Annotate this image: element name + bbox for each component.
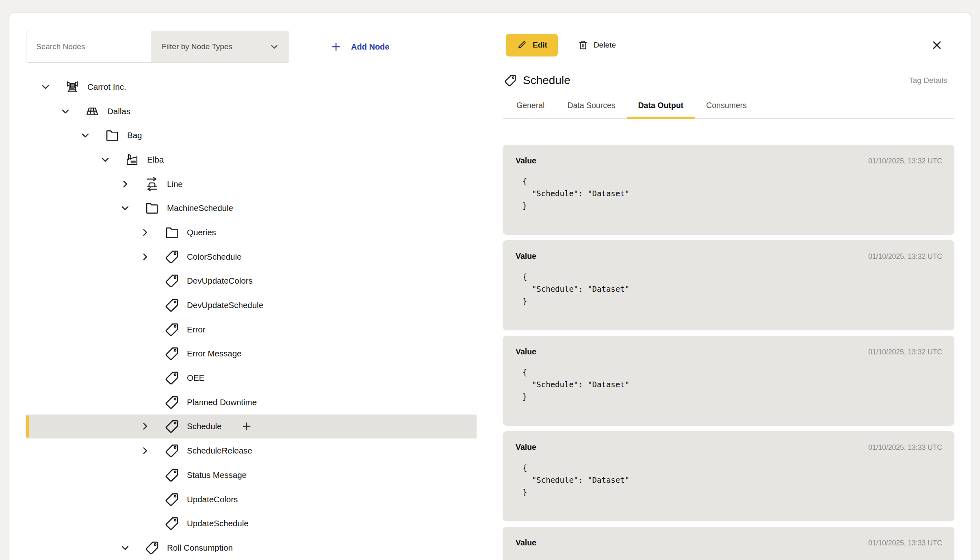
node-tree-pane: Filter by Node Types Add Node Carrot Inc… — [9, 13, 503, 560]
tree-item-label: Line — [167, 179, 183, 189]
add-node-button[interactable]: Add Node — [330, 41, 389, 53]
delete-button[interactable]: Delete — [575, 39, 618, 51]
tab-data-output[interactable]: Data Output — [627, 92, 695, 118]
tag-details-panel: Edit Delete Schedule Tag Details General… — [503, 13, 954, 560]
tree-row-devupdatecolors[interactable]: DevUpdateColors — [26, 269, 477, 293]
value-card: Value01/10/2025, 13:33 UTC{ "Schedule": … — [503, 431, 954, 521]
edit-button[interactable]: Edit — [506, 34, 558, 56]
chevron-spacer — [139, 323, 151, 336]
value-label: Value — [516, 347, 536, 356]
tree-item-label: ScheduleRelease — [187, 446, 252, 456]
tree-row-queries[interactable]: Queries — [26, 220, 477, 245]
tree-item-label: Schedule — [187, 421, 221, 431]
tag-icon — [164, 492, 180, 507]
tree-item-label: Error Message — [187, 349, 241, 358]
panel-type-label: Tag Details — [909, 76, 947, 85]
chevron-down-icon[interactable] — [79, 129, 91, 141]
detail-title: Schedule — [523, 74, 570, 87]
enterprise-icon — [65, 79, 80, 95]
value-card: Value01/10/2025, 13:32 UTC{ "Schedule": … — [503, 240, 954, 330]
tree-item-label: Queries — [187, 228, 216, 237]
tree-row-error-message[interactable]: Error Message — [26, 342, 477, 366]
add-node-label: Add Node — [351, 42, 389, 52]
node-tree: Carrot Inc.DallasBagElbaLineMachineSched… — [26, 75, 477, 560]
folder-icon — [104, 128, 120, 143]
tag-icon — [503, 74, 517, 87]
tree-row-machineschedule[interactable]: MachineSchedule — [26, 196, 477, 220]
filter-node-types-label: Filter by Node Types — [162, 42, 232, 51]
tree-row-colorschedule[interactable]: ColorSchedule — [26, 245, 477, 269]
value-card: Value01/10/2025, 13:32 UTC{ "Schedule": … — [503, 336, 954, 426]
value-timestamp: 01/10/2025, 13:32 UTC — [868, 252, 942, 261]
value-timestamp: 01/10/2025, 13:32 UTC — [868, 348, 942, 356]
value-timestamp: 01/10/2025, 13:32 UTC — [868, 157, 942, 165]
chevron-spacer — [139, 396, 151, 408]
chevron-right-icon[interactable] — [119, 178, 131, 190]
tree-item-label: DevUpdateColors — [187, 276, 253, 286]
tree-row-status-message[interactable]: Status Message — [26, 463, 477, 487]
tree-item-label: UpdateColors — [187, 495, 238, 504]
detail-tabs: GeneralData SourcesData OutputConsumers — [503, 92, 954, 119]
tree-row-updatecolors[interactable]: UpdateColors — [26, 487, 477, 512]
tree-row-line[interactable]: Line — [26, 172, 477, 196]
value-card-header: Value01/10/2025, 13:33 UTC — [516, 538, 942, 547]
add-tag-button[interactable] — [241, 421, 252, 432]
detail-title-row: Schedule Tag Details — [503, 74, 954, 87]
tree-row-dallas[interactable]: Dallas — [26, 99, 477, 124]
tree-item-label: Elba — [147, 155, 164, 165]
tree-item-label: UpdateSchedule — [187, 519, 249, 528]
chevron-right-icon[interactable] — [139, 420, 151, 432]
tree-row-planned-downtime[interactable]: Planned Downtime — [26, 390, 477, 415]
close-icon — [930, 38, 944, 52]
tab-consumers[interactable]: Consumers — [695, 92, 758, 118]
value-label: Value — [516, 538, 536, 547]
tree-row-schedule[interactable]: Schedule — [26, 415, 477, 439]
tag-icon — [164, 443, 180, 458]
tag-icon — [164, 370, 180, 386]
close-panel-button[interactable] — [930, 38, 944, 52]
tree-row-devupdateschedule[interactable]: DevUpdateSchedule — [26, 293, 477, 317]
site-icon — [85, 104, 100, 119]
chevron-down-icon[interactable] — [59, 105, 72, 117]
tree-row-oee[interactable]: OEE — [26, 366, 477, 390]
value-label: Value — [516, 156, 536, 165]
search-input[interactable] — [26, 31, 151, 63]
tab-general[interactable]: General — [505, 92, 556, 118]
chevron-spacer — [139, 372, 151, 384]
tree-toolbar: Filter by Node Types Add Node — [26, 31, 389, 63]
tree-row-schedulerelease[interactable]: ScheduleRelease — [26, 438, 477, 463]
value-json: { "Schedule": "Dataset" } — [523, 557, 942, 560]
tab-data-sources[interactable]: Data Sources — [556, 92, 627, 118]
tag-icon — [164, 516, 180, 531]
tag-icon — [164, 249, 180, 265]
tree-row-elba[interactable]: Elba — [26, 148, 477, 172]
tag-icon — [164, 467, 180, 483]
filter-node-types-select[interactable]: Filter by Node Types — [151, 31, 289, 63]
tree-item-label: Carrot Inc. — [87, 82, 126, 92]
detail-actions: Edit Delete — [506, 34, 618, 56]
chevron-spacer — [139, 299, 151, 311]
value-timestamp: 01/10/2025, 13:33 UTC — [868, 539, 942, 547]
tree-item-label: Status Message — [187, 470, 247, 480]
tree-row-bag[interactable]: Bag — [26, 123, 477, 148]
tree-row-updateschedule[interactable]: UpdateSchedule — [26, 511, 477, 536]
chevron-down-icon[interactable] — [119, 202, 131, 214]
chevron-down-icon[interactable] — [119, 542, 131, 554]
tag-icon — [164, 419, 180, 434]
value-card-header: Value01/10/2025, 13:32 UTC — [516, 347, 942, 356]
value-label: Value — [516, 252, 536, 261]
tree-row-error[interactable]: Error — [26, 317, 477, 342]
folder-icon — [144, 200, 160, 216]
chevron-down-icon[interactable] — [39, 81, 52, 93]
tree-item-label: Planned Downtime — [187, 397, 257, 407]
chevron-right-icon[interactable] — [139, 251, 151, 263]
tag-icon — [144, 540, 160, 556]
value-card-header: Value01/10/2025, 13:32 UTC — [516, 156, 942, 165]
tree-row-carrot-inc[interactable]: Carrot Inc. — [26, 75, 477, 99]
tree-item-label: Bag — [127, 130, 142, 140]
tag-icon — [164, 346, 180, 361]
chevron-down-icon[interactable] — [99, 154, 111, 166]
chevron-right-icon[interactable] — [139, 226, 151, 239]
tree-row-roll-consumption[interactable]: Roll Consumption — [26, 536, 477, 560]
chevron-right-icon[interactable] — [139, 445, 151, 457]
